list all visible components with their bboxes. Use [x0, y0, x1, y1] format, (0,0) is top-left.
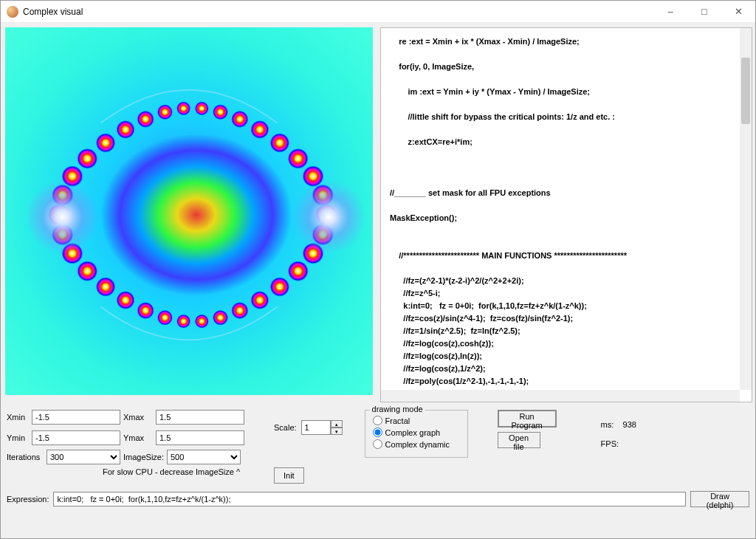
- radio-complex-graph[interactable]: Complex graph: [373, 428, 460, 437]
- svg-point-23: [96, 133, 116, 153]
- svg-point-8: [231, 302, 248, 319]
- svg-point-15: [96, 277, 116, 297]
- fps-label: FPS:: [601, 439, 619, 448]
- window-title: Complex visual: [23, 7, 653, 17]
- svg-point-14: [116, 291, 134, 309]
- xmin-input[interactable]: [32, 410, 120, 425]
- window-buttons: – □ ✕: [653, 1, 755, 22]
- code-vscrollbar[interactable]: [740, 28, 752, 390]
- radio-fractal[interactable]: Fractal: [373, 416, 460, 425]
- scale-up-button[interactable]: ▴: [331, 420, 343, 428]
- svg-point-7: [250, 291, 269, 309]
- svg-point-33: [288, 148, 309, 169]
- iterations-combo[interactable]: 300: [47, 450, 120, 464]
- svg-point-28: [195, 101, 209, 115]
- init-button[interactable]: Init: [274, 467, 304, 484]
- svg-point-5: [288, 261, 309, 281]
- scale-input[interactable]: [301, 420, 331, 435]
- minimize-button[interactable]: –: [653, 1, 687, 22]
- svg-point-22: [77, 148, 97, 169]
- imagesize-combo[interactable]: 500: [167, 450, 241, 464]
- svg-point-24: [116, 120, 134, 139]
- xmin-label: Xmin: [7, 413, 29, 422]
- svg-point-30: [231, 111, 248, 128]
- svg-point-12: [157, 310, 173, 326]
- expression-label: Expression:: [7, 495, 49, 504]
- ms-label: ms:: [601, 420, 614, 429]
- client-area: re :ext = Xmin + ix * (Xmax - Xmin) / Im…: [1, 23, 755, 538]
- svg-point-16: [77, 261, 97, 281]
- svg-point-13: [137, 302, 154, 319]
- imagesize-label: ImageSize:: [123, 453, 164, 461]
- app-icon: [7, 6, 18, 18]
- svg-point-11: [176, 315, 190, 329]
- titlebar[interactable]: Complex visual – □ ✕: [1, 1, 755, 23]
- code-panel: re :ext = Xmin + ix * (Xmax - Xmin) / Im…: [380, 27, 752, 402]
- svg-point-32: [270, 133, 290, 153]
- ms-value: 938: [623, 420, 636, 429]
- run-program-button[interactable]: Run Program: [498, 410, 557, 428]
- svg-point-27: [176, 101, 190, 115]
- svg-point-26: [157, 104, 173, 120]
- xmax-label: Xmax: [123, 413, 153, 422]
- ymax-label: Ymax: [123, 433, 153, 442]
- expression-input[interactable]: [53, 492, 686, 507]
- svg-point-29: [213, 104, 228, 120]
- svg-point-37: [292, 180, 365, 254]
- close-button[interactable]: ✕: [721, 1, 755, 22]
- svg-point-9: [213, 310, 228, 326]
- imagesize-hint: For slow CPU - decrease ImageSize ^: [103, 467, 244, 476]
- app-window: Complex visual – □ ✕: [0, 0, 756, 539]
- code-hscrollbar[interactable]: [381, 390, 740, 402]
- svg-point-25: [137, 111, 154, 128]
- drawing-mode-legend: drawing mode: [370, 405, 425, 413]
- complex-plot: [5, 27, 373, 395]
- draw-button[interactable]: Draw (delphi): [690, 491, 749, 507]
- plot-panel: [5, 27, 373, 395]
- svg-point-36: [26, 180, 100, 254]
- svg-point-6: [270, 277, 290, 297]
- xmax-input[interactable]: [156, 410, 244, 425]
- ymin-label: Ymin: [7, 433, 29, 442]
- open-file-button[interactable]: Open file: [498, 432, 540, 448]
- svg-point-10: [195, 315, 209, 329]
- svg-point-31: [250, 120, 269, 139]
- maximize-button[interactable]: □: [687, 1, 721, 22]
- upper-row: re :ext = Xmin + ix * (Xmax - Xmin) / Im…: [4, 26, 752, 405]
- iterations-label: Iterations: [7, 453, 44, 461]
- controls-panel: Xmin Xmax Ymin Ymax Iterations 300 Image…: [4, 408, 752, 509]
- scale-label: Scale:: [274, 423, 297, 432]
- radio-complex-dynamic[interactable]: Complex dynamic: [373, 439, 460, 449]
- source-code[interactable]: re :ext = Xmin + ix * (Xmax - Xmin) / Im…: [381, 28, 740, 390]
- scale-spinner[interactable]: ▴ ▾: [301, 420, 343, 435]
- drawing-mode-group: drawing mode Fractal Complex graph Compl…: [365, 410, 468, 458]
- stats-panel: ms: 938 FPS:: [601, 420, 636, 448]
- scale-down-button[interactable]: ▾: [331, 428, 343, 435]
- expression-row: Expression: Draw (delphi): [7, 491, 749, 507]
- svg-point-1: [100, 134, 292, 295]
- ymax-input[interactable]: [156, 430, 244, 445]
- ymin-input[interactable]: [32, 430, 120, 445]
